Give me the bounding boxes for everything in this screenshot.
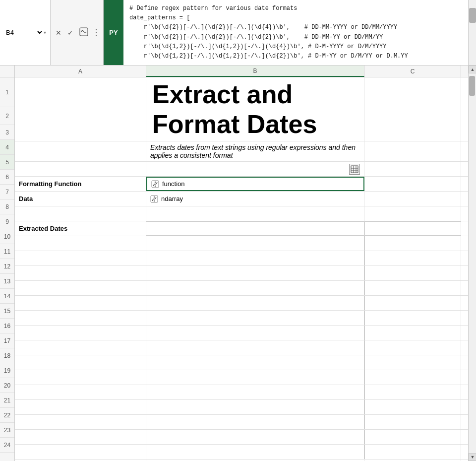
cell-a18[interactable] <box>15 385 146 399</box>
row-num-12: 12 <box>0 259 14 274</box>
cell-ref-select[interactable]: B4 <box>4 28 44 37</box>
cell-c12[interactable] <box>364 296 461 310</box>
cell-b18[interactable] <box>146 385 364 399</box>
cell-a3[interactable] <box>15 162 146 176</box>
scroll-up-arrow[interactable]: ▲ <box>469 66 476 73</box>
row-num-17: 17 <box>0 333 14 348</box>
scrollbar-right[interactable]: ▲ ▼ <box>468 66 476 461</box>
cell-c16[interactable] <box>364 355 461 370</box>
cell-a19[interactable] <box>15 400 146 414</box>
cell-b7[interactable] <box>146 221 364 236</box>
cell-c9[interactable] <box>364 251 461 265</box>
cell-a12[interactable] <box>15 296 146 310</box>
cell-b5[interactable]: ndarray <box>146 192 364 206</box>
cell-a20[interactable] <box>15 415 146 429</box>
cell-c14[interactable] <box>364 326 461 340</box>
cell-a6[interactable] <box>15 206 146 221</box>
formula-toolbar: ✕ ✓ ⋮ <box>51 0 104 65</box>
cell-c18[interactable] <box>364 385 461 399</box>
cell-b14[interactable] <box>146 326 364 340</box>
spreadsheet: A B C 1234567891011121314151617181920212… <box>0 66 476 461</box>
cell-ref-box[interactable]: B4 ▾ <box>0 0 51 65</box>
cell-a21[interactable] <box>15 430 146 444</box>
cell-a22[interactable] <box>15 445 146 459</box>
cell-b8[interactable] <box>146 236 364 251</box>
cell-b9[interactable] <box>146 251 364 265</box>
cell-c11[interactable] <box>364 281 461 295</box>
cell-c3[interactable] <box>364 162 461 176</box>
scroll-thumb[interactable] <box>469 76 475 96</box>
col-headers-row: A B C <box>0 66 468 77</box>
cell-b4[interactable]: function <box>146 177 364 191</box>
cell-b3[interactable] <box>146 162 364 176</box>
cell-b10[interactable] <box>146 266 364 280</box>
row-num-9: 9 <box>0 214 14 229</box>
cell-a10[interactable] <box>15 266 146 280</box>
formula-scrollbar[interactable] <box>468 0 476 65</box>
cell-c7[interactable] <box>364 221 461 236</box>
confirm-formula-button[interactable]: ✓ <box>65 28 75 38</box>
cell-c2[interactable] <box>364 141 461 161</box>
cell-b12[interactable] <box>146 296 364 310</box>
cell-b6[interactable] <box>146 206 364 221</box>
cell-a9[interactable] <box>15 251 146 265</box>
cell-c1[interactable] <box>364 77 461 141</box>
cell-b22[interactable] <box>146 445 364 459</box>
formula-content[interactable]: # Define regex pattern for various date … <box>123 0 468 65</box>
cell-a11[interactable] <box>15 281 146 295</box>
cell-a8[interactable] <box>15 236 146 251</box>
grid-row-13 <box>15 311 468 326</box>
cell-c13[interactable] <box>364 311 461 325</box>
cancel-formula-button[interactable]: ✕ <box>54 28 63 38</box>
grid-row-14 <box>15 326 468 340</box>
cell-c21[interactable] <box>364 430 461 444</box>
cell-b20[interactable] <box>146 415 364 429</box>
cell-a13[interactable] <box>15 311 146 325</box>
row-num-4: 4 <box>0 140 14 155</box>
row-numbers: 123456789101112131415161718192021222324 <box>0 77 15 461</box>
formula-scroll-thumb[interactable] <box>469 8 476 23</box>
cell-b13[interactable] <box>146 311 364 325</box>
cell-a16[interactable] <box>15 355 146 370</box>
cell-a14[interactable] <box>15 326 146 340</box>
cell-c20[interactable] <box>364 415 461 429</box>
cell-a1[interactable] <box>15 77 146 141</box>
cell-c17[interactable] <box>364 370 461 385</box>
cell-c6[interactable] <box>364 206 461 221</box>
cell-c8[interactable] <box>364 236 461 251</box>
cell-c4[interactable] <box>364 177 461 191</box>
cell-b19[interactable] <box>146 400 364 414</box>
row-num-16: 16 <box>0 319 14 333</box>
cell-c22[interactable] <box>364 445 461 459</box>
cell-a17[interactable] <box>15 370 146 385</box>
cell-a15[interactable] <box>15 340 146 355</box>
cell-b11[interactable] <box>146 281 364 295</box>
grid-row-15 <box>15 340 468 355</box>
dots-menu-icon: ⋮ <box>92 28 100 37</box>
cell-a7[interactable]: Extracted Dates <box>15 221 146 236</box>
grid-row-4: Formatting Function function <box>15 177 468 192</box>
cell-c5[interactable] <box>364 192 461 206</box>
cell-a2[interactable] <box>15 141 146 161</box>
cell-c19[interactable] <box>364 400 461 414</box>
cell-b1[interactable]: Extract and Format Dates <box>146 77 364 141</box>
row-num-8: 8 <box>0 199 14 214</box>
cell-a5[interactable]: Data <box>15 192 146 206</box>
cell-b21[interactable] <box>146 430 364 444</box>
cell-a4[interactable]: Formatting Function <box>15 177 146 191</box>
scroll-down-arrow[interactable]: ▼ <box>469 453 476 461</box>
cell-b16[interactable] <box>146 355 364 370</box>
helper-icon-button[interactable] <box>349 164 360 175</box>
grid-rows: Extract and Format DatesExtracts dates f… <box>15 77 468 461</box>
grid-row-18 <box>15 385 468 400</box>
cell-b2[interactable]: Extracts dates from text strings using r… <box>146 141 364 161</box>
grid-with-row-nums: A B C 1234567891011121314151617181920212… <box>0 66 468 461</box>
row-num-19: 19 <box>0 363 14 378</box>
cell-b17[interactable] <box>146 370 364 385</box>
svg-point-8 <box>155 185 156 186</box>
function-wizard-button[interactable] <box>77 26 90 39</box>
cell-b15[interactable] <box>146 340 364 355</box>
cell-c10[interactable] <box>364 266 461 280</box>
grid-row-19 <box>15 400 468 415</box>
cell-c15[interactable] <box>364 340 461 355</box>
